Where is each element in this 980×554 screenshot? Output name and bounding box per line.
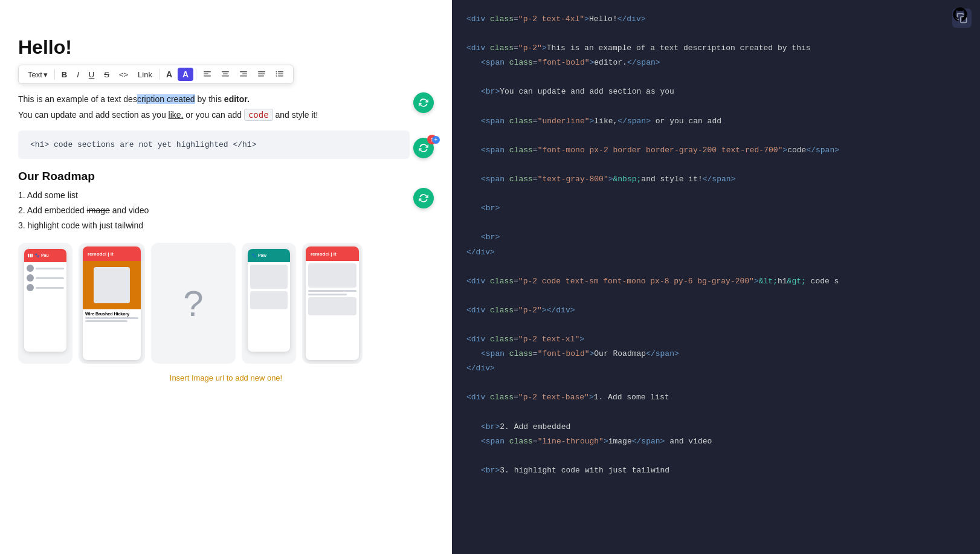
code-line-2: <div class="p-2">This is an example of a… [452,41,980,56]
code-line-4: <br>You can update and add section as yo… [452,85,980,99]
code-view-panel: <div class="p-2 text-4xl">Hello!</div> <… [452,0,980,554]
plus-badge: + [432,136,440,144]
toolbar-font-color-active-button[interactable]: A [178,68,193,81]
code-line-19: <br>3. highlight code with just tailwind [452,463,980,478]
left-editor-panel: Hello! Text ▾ B I U S <> Link A A [0,0,452,554]
code-line-blank-1 [452,27,980,41]
svg-point-17 [276,76,277,77]
phone-mock-4: remodel | it [302,243,363,364]
svg-rect-20 [31,254,33,257]
svg-rect-5 [222,76,229,77]
fab-sync-button-2[interactable] [413,188,434,208]
code-line-3: <span class="font-bold">editor.</span> [452,56,980,70]
code-line-blank-7 [452,216,980,230]
svg-rect-19 [30,254,31,257]
svg-rect-3 [222,71,229,72]
code-line-blank-2 [452,70,980,85]
code-line-7: <span class="text-gray-800">&nbsp;and st… [452,172,980,187]
code-line-8: <br> [452,201,980,216]
toolbar-link-button[interactable]: Link [134,68,156,81]
list-item-2: 2. Add embedded image and video [18,203,410,218]
code-block: <h1> code sections are not yet highlight… [18,130,410,159]
list-item-3: 3. highlight code with just tailwind [18,218,410,233]
svg-rect-7 [242,74,247,75]
fab-sync-button-1[interactable] [413,92,434,113]
code-line-blank-4 [452,129,980,143]
toolbar-code-button[interactable]: <> [115,68,132,81]
svg-rect-12 [278,71,283,72]
code-line-blank-12 [452,405,980,420]
editor-heading: Hello! [18,36,434,59]
fab-badge-container: 1 + [413,138,434,158]
editor-paragraph-2: You can update and add section as you li… [18,108,410,121]
svg-rect-9 [258,71,265,72]
toolbar-italic-button[interactable]: I [73,68,83,81]
phone-mock-3: 🐾 Paw [242,243,296,364]
code-line-blank-10 [452,318,980,332]
code-line-10: </div> [452,245,980,260]
toolbar-divider-2 [159,69,160,80]
toolbar-list-button[interactable] [271,68,288,80]
editor-body[interactable]: This is an example of a text description… [18,90,434,385]
toolbar-align-left-button[interactable] [199,68,216,80]
list-item-1: 1. Add some list [18,188,410,203]
code-line-12: <div class="p-2"></div> [452,303,980,318]
editor-toolbar: Text ▾ B I U S <> Link A A [18,65,294,84]
editor-paragraph-1: This is an example of a text description… [18,92,410,106]
toolbar-align-center-button[interactable] [217,68,234,80]
code-line-blank-6 [452,187,980,201]
code-line-14: <span class="font-bold">Our Roadmap</spa… [452,347,980,361]
phone-mock-1: 🐾 Pau [18,243,73,364]
toolbar-underline-button[interactable]: U [85,68,98,81]
toolbar-align-right-button[interactable] [235,68,252,80]
code-line-18: <span class="line-through">image</span> … [452,434,980,449]
code-line-1: <div class="p-2 text-4xl">Hello!</div> [452,12,980,27]
svg-rect-11 [258,76,264,77]
code-line-13: <div class="p-2 text-xl"> [452,332,980,347]
code-line-11: <div class="p-2 code text-sm font-mono p… [452,274,980,289]
svg-rect-18 [28,254,29,257]
svg-rect-1 [204,74,208,75]
code-line-blank-8 [452,260,980,274]
toolbar-align-justify-button[interactable] [253,68,270,80]
toolbar-bold-button[interactable]: B [57,68,71,81]
code-line-16: <div class="p-2 text-base">1. Add some l… [452,390,980,405]
code-line-17: <br>2. Add embedded [452,420,980,434]
phone-mock-2: remodel | it Wire Brushed Hickory [79,243,145,364]
code-line-5: <span class="underline">like,</span> or … [452,114,980,129]
toolbar-font-color-button[interactable]: A [162,68,176,81]
toolbar-divider-3 [196,69,196,80]
code-line-blank-3 [452,100,980,114]
github-icon[interactable] [952,6,971,25]
toolbar-text-dropdown[interactable]: Text ▾ [24,68,52,81]
svg-rect-0 [204,71,211,72]
svg-rect-8 [240,76,247,77]
svg-rect-10 [258,74,265,75]
section-heading: Our Roadmap [18,170,434,183]
insert-image-prompt[interactable]: Insert Image url to add new one! [18,373,434,382]
code-line-blank-5 [452,158,980,172]
code-line-blank-11 [452,376,980,390]
code-line-15: </div> [452,361,980,376]
image-placeholder-question: ? [151,243,236,364]
toolbar-divider-1 [54,69,55,80]
svg-point-16 [276,73,277,74]
code-line-9: <br> [452,230,980,245]
svg-rect-14 [278,76,283,77]
code-line-blank-9 [452,289,980,303]
toolbar-strikethrough-button[interactable]: S [100,68,114,81]
code-line-6: <span class="font-mono px-2 border borde… [452,143,980,158]
image-gallery: 🐾 Pau remodel | it [18,243,434,364]
svg-rect-4 [223,74,228,75]
svg-rect-6 [240,71,247,72]
svg-rect-2 [204,76,211,77]
svg-point-15 [276,71,277,72]
svg-rect-13 [278,74,283,75]
code-line-blank-13 [452,449,980,463]
